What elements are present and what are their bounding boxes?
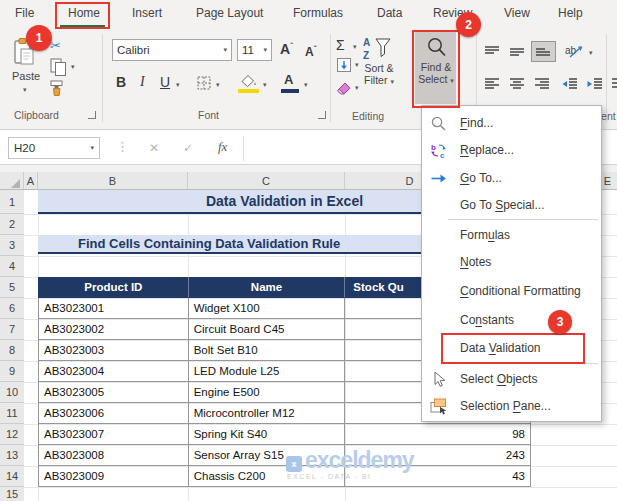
align-right-icon[interactable] <box>534 77 550 95</box>
align-bottom-selected[interactable] <box>531 41 556 62</box>
autosum-icon[interactable]: Σ <box>336 37 345 53</box>
row-header-5[interactable]: 5 <box>0 277 24 298</box>
align-middle-icon[interactable] <box>509 45 525 63</box>
font-color-icon[interactable]: A <box>284 72 293 87</box>
orientation-chevron-icon[interactable]: ▾ <box>589 49 593 57</box>
cell-product-id[interactable]: AB3023004 <box>39 361 189 382</box>
underline-chevron-icon[interactable]: ▾ <box>176 81 180 89</box>
fill-down-icon[interactable] <box>336 57 352 77</box>
enter-icon[interactable]: ✓ <box>183 141 193 155</box>
name-box-chevron-icon[interactable]: ▾ <box>90 144 94 152</box>
increase-font-size-button[interactable]: Aˆ <box>280 41 293 57</box>
row-header-2[interactable]: 2 <box>0 214 24 235</box>
cell-product-id[interactable]: AB3023001 <box>39 298 189 319</box>
clear-eraser-icon[interactable] <box>335 79 353 101</box>
cell-name[interactable]: Circuit Board C45 <box>189 319 346 340</box>
cell-name[interactable]: Bolt Set B10 <box>189 340 346 361</box>
cell-product-id[interactable]: AB3023006 <box>39 403 189 424</box>
autosum-chevron-icon[interactable]: ▾ <box>353 43 357 51</box>
row-header-11[interactable]: 11 <box>0 403 24 424</box>
menu-item-selection-pane[interactable]: Selection Pane... <box>422 393 601 420</box>
svg-text:c: c <box>440 151 445 159</box>
column-header-a[interactable]: A <box>24 172 38 189</box>
tab-insert[interactable]: Insert <box>132 6 162 20</box>
column-header-b[interactable]: B <box>38 172 188 189</box>
align-left-icon[interactable] <box>484 77 500 95</box>
table-header-name[interactable]: Name <box>189 277 346 298</box>
increase-indent-icon[interactable] <box>587 77 603 95</box>
cell-name[interactable]: Microcontroller M12 <box>189 403 346 424</box>
borders-icon[interactable] <box>196 75 212 95</box>
clipboard-dialog-launcher[interactable] <box>88 111 96 119</box>
font-color-swatch <box>281 89 299 93</box>
row-header-1[interactable]: 1 <box>0 190 24 214</box>
paste-chevron-icon[interactable]: ▾ <box>23 86 27 94</box>
underline-button[interactable]: U <box>160 74 170 90</box>
fill-color-chevron-icon[interactable]: ▾ <box>263 81 267 89</box>
tab-formulas[interactable]: Formulas <box>293 6 343 20</box>
cell-name[interactable]: Widget X100 <box>189 298 346 319</box>
paste-button[interactable]: Paste <box>4 70 48 82</box>
row-header-8[interactable]: 8 <box>0 340 24 361</box>
align-center-icon[interactable] <box>509 77 525 95</box>
row-header-15[interactable]: 15 <box>0 487 24 501</box>
menu-item-label: Conditional Formatting <box>460 278 581 305</box>
cell-product-id[interactable]: AB3023008 <box>39 445 189 466</box>
font-name-combo[interactable]: Calibri ▾ <box>112 39 232 61</box>
format-painter-icon[interactable] <box>49 80 65 101</box>
row-header-4[interactable]: 4 <box>0 256 24 277</box>
bold-button[interactable]: B <box>116 74 126 90</box>
cell-name[interactable]: LED Module L25 <box>189 361 346 382</box>
cell-product-id[interactable]: AB3023009 <box>39 466 189 487</box>
menu-item-go-to-special[interactable]: Go To Special... <box>422 192 601 219</box>
cell-name[interactable]: Spring Kit S40 <box>189 424 346 445</box>
menu-item-notes[interactable]: Notes <box>422 249 601 276</box>
row-header-14[interactable]: 14 <box>0 466 24 487</box>
tab-data[interactable]: Data <box>377 6 402 20</box>
tab-file[interactable]: File <box>15 6 34 20</box>
menu-item-select-objects[interactable]: Select Objects <box>422 366 601 393</box>
cell-product-id[interactable]: AB3023005 <box>39 382 189 403</box>
font-size-combo[interactable]: 11 ▾ <box>237 39 272 61</box>
orientation-icon[interactable]: ab <box>565 42 584 63</box>
menu-item-replace[interactable]: bc Replace... <box>422 137 601 164</box>
copy-chevron-icon[interactable]: ▾ <box>71 63 75 71</box>
sort-filter-button[interactable]: Sort & Filter ▾ <box>352 62 406 86</box>
tab-page-layout[interactable]: Page Layout <box>196 6 263 20</box>
borders-chevron-icon[interactable]: ▾ <box>216 81 220 89</box>
font-color-chevron-icon[interactable]: ▾ <box>304 81 308 89</box>
insert-function-icon[interactable]: fx <box>218 139 227 155</box>
select-all-corner[interactable] <box>0 172 24 189</box>
italic-button[interactable]: I <box>140 74 145 90</box>
cell-product-id[interactable]: AB3023007 <box>39 424 189 445</box>
cell-product-id[interactable]: AB3023003 <box>39 340 189 361</box>
align-top-icon[interactable] <box>484 45 500 63</box>
decrease-font-size-button[interactable]: Aˇ <box>305 44 316 59</box>
cell-product-id[interactable]: AB3023002 <box>39 319 189 340</box>
row-header-13[interactable]: 13 <box>0 445 24 466</box>
row-header-7[interactable]: 7 <box>0 319 24 340</box>
menu-item-find[interactable]: Find... <box>422 110 601 137</box>
menu-item-conditional-formatting[interactable]: Conditional Formatting <box>422 278 601 305</box>
row-header-12[interactable]: 12 <box>0 424 24 445</box>
font-dialog-launcher[interactable] <box>318 111 326 119</box>
table-header-product-id[interactable]: Product ID <box>39 277 189 298</box>
sort-filter-icon[interactable]: AZ <box>363 36 393 65</box>
wrap-text-icon[interactable] <box>611 77 617 95</box>
name-box[interactable]: H20 ▾ <box>8 137 100 159</box>
row-header-10[interactable]: 10 <box>0 382 24 403</box>
cell-name[interactable]: Engine E500 <box>189 382 346 403</box>
row-header-3[interactable]: 3 <box>0 235 24 256</box>
row-header-6[interactable]: 6 <box>0 298 24 319</box>
menu-item-formulas[interactable]: Formulas <box>422 222 601 249</box>
cell-stock[interactable]: 98 <box>345 424 531 445</box>
tab-help[interactable]: Help <box>558 6 583 20</box>
cancel-icon[interactable]: ✕ <box>149 141 159 155</box>
menu-item-constants[interactable]: Constants <box>422 307 601 334</box>
tab-view[interactable]: View <box>504 6 530 20</box>
decrease-indent-icon[interactable] <box>562 77 578 95</box>
menu-item-go-to[interactable]: Go To... <box>422 165 601 192</box>
column-header-c[interactable]: C <box>188 172 345 189</box>
copy-icon[interactable] <box>50 58 67 81</box>
row-header-9[interactable]: 9 <box>0 361 24 382</box>
